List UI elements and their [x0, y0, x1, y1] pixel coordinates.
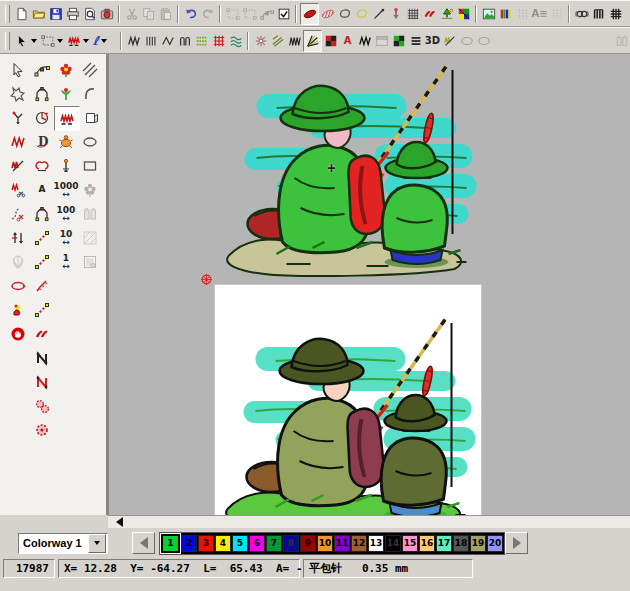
sequin-tree-button[interactable] [438, 4, 455, 24]
knot-stitch-tool[interactable] [30, 154, 54, 177]
stitch-edit-tool[interactable] [6, 202, 30, 225]
insert-image-button[interactable] [480, 4, 497, 24]
colorway-select[interactable]: Colorway 1 [18, 533, 108, 554]
select-confirm-button[interactable] [275, 4, 292, 24]
motif-run-button[interactable] [353, 4, 370, 24]
color-swatch-14[interactable]: 14 [385, 535, 401, 552]
bean-stitch-tool[interactable] [30, 298, 54, 321]
save-design-button[interactable] [47, 4, 64, 24]
fan-tool-disabled[interactable] [6, 250, 30, 273]
motif-tool-disabled[interactable] [78, 178, 102, 201]
stitch-direction-tool[interactable] [6, 130, 30, 153]
branch-tool[interactable] [6, 106, 30, 129]
pattern-fill-green-button[interactable] [193, 31, 210, 51]
grid-fill-button[interactable] [404, 4, 421, 24]
color-swatch-15[interactable]: 15 [402, 535, 418, 552]
scroll-left-icon[interactable] [116, 517, 123, 527]
color-swatch-12[interactable]: 12 [351, 535, 367, 552]
reshape-tool-button[interactable] [258, 4, 275, 24]
run-stitch-tool[interactable] [30, 226, 54, 249]
scale-tool-button[interactable] [224, 4, 241, 24]
color-swatch-10[interactable]: 10 [317, 535, 333, 552]
run-outline-button[interactable] [336, 4, 353, 24]
color-swatch-18[interactable]: 18 [453, 535, 469, 552]
stitch-list-button[interactable] [78, 250, 102, 273]
undo-button[interactable] [182, 4, 199, 24]
select-tool-button[interactable] [13, 31, 39, 51]
color-swatch-6[interactable]: 6 [249, 535, 265, 552]
rotate-tool-button[interactable] [241, 4, 258, 24]
reshape-nodes-tool[interactable] [30, 58, 54, 81]
pointer-tool[interactable] [6, 58, 30, 81]
jump-10-button[interactable]: 10↔ [54, 226, 78, 249]
pattern-fill-button[interactable] [319, 4, 336, 24]
wave-fill-button[interactable] [227, 31, 244, 51]
flip-page-tool[interactable] [80, 106, 104, 129]
layer-bars-button[interactable] [407, 31, 424, 51]
ellipse-tool[interactable] [78, 130, 102, 153]
pin-stitch-tool[interactable] [54, 154, 78, 177]
bridge-arch-tool[interactable] [30, 202, 54, 225]
n-stitch-red-tool[interactable] [30, 370, 54, 393]
cut-button[interactable] [123, 4, 140, 24]
jump-1000-button[interactable]: 1000↔ [54, 178, 78, 201]
color-swatch-7[interactable]: 7 [266, 535, 282, 552]
run-stitch-tool-2[interactable] [30, 250, 54, 273]
jump-stitch-button[interactable] [421, 4, 438, 24]
lasso-select-tool[interactable] [6, 82, 30, 105]
color-film-button[interactable] [455, 4, 472, 24]
rotate-hoop-tool[interactable] [6, 274, 30, 297]
e-stitch-button[interactable] [176, 31, 193, 51]
bug-stitch-tool[interactable] [54, 130, 78, 153]
print-preview-button[interactable] [81, 4, 98, 24]
n-stitch-tool[interactable] [30, 346, 54, 369]
flower-motif-tool[interactable] [54, 58, 78, 81]
arc-input-tool[interactable] [78, 82, 102, 105]
new-design-button[interactable] [13, 4, 30, 24]
hoop-small-button[interactable] [458, 31, 475, 51]
transform-tool-button[interactable] [39, 31, 65, 51]
cross-stitch-button[interactable] [322, 31, 339, 51]
sequin-rings-button[interactable] [573, 4, 590, 24]
circle-direction-tool[interactable] [30, 106, 54, 129]
arch-input-tool[interactable] [30, 82, 54, 105]
machine-format-button[interactable] [78, 202, 102, 225]
color-swatch-19[interactable]: 19 [470, 535, 486, 552]
stitch-density-button[interactable] [548, 4, 565, 24]
color-swatch-2[interactable]: 2 [181, 535, 197, 552]
diagonal-fill-button[interactable] [269, 31, 286, 51]
fan-fill-button[interactable] [303, 30, 322, 52]
radial-fill-button[interactable] [252, 31, 269, 51]
palette-scroll-left-button[interactable] [132, 532, 155, 554]
dock-window-button[interactable] [613, 31, 630, 51]
stop-command-tool[interactable] [6, 322, 30, 345]
lettering-tool[interactable]: A [30, 178, 54, 201]
satin-stitch-button[interactable] [125, 31, 142, 51]
open-design-button[interactable] [30, 4, 47, 24]
tatami-fill-button[interactable] [142, 31, 159, 51]
gear-tool[interactable] [30, 418, 54, 441]
thread-colors-button[interactable] [497, 4, 514, 24]
print-button[interactable] [64, 4, 81, 24]
color-swatch-5[interactable]: 5 [232, 535, 248, 552]
color-swatch-11[interactable]: 11 [334, 535, 350, 552]
jump-1-button[interactable]: 1↔ [54, 250, 78, 273]
cross-fill-button[interactable] [210, 31, 227, 51]
pin-design-button[interactable] [387, 4, 404, 24]
stitch-updown-tool[interactable] [6, 226, 30, 249]
hoop-large-button[interactable] [475, 31, 492, 51]
split-stitch-tool[interactable] [6, 154, 30, 177]
canvas-scrollbar[interactable] [108, 515, 630, 528]
manual-stitch-button[interactable] [370, 4, 387, 24]
redo-button[interactable] [199, 4, 216, 24]
float-window-button[interactable] [373, 31, 390, 51]
color-swatch-8[interactable]: 8 [283, 535, 299, 552]
color-swatch-13[interactable]: 13 [368, 535, 384, 552]
gear-pair-tool[interactable] [30, 394, 54, 417]
color-swatch-9[interactable]: 9 [300, 535, 316, 552]
trim-stitch-tool[interactable] [6, 178, 30, 201]
letter-kern-button[interactable]: A≡ [531, 4, 548, 24]
stitch-design[interactable] [214, 58, 484, 290]
colorway-dropdown-button[interactable] [88, 534, 106, 553]
color-swatch-4[interactable]: 4 [215, 535, 231, 552]
